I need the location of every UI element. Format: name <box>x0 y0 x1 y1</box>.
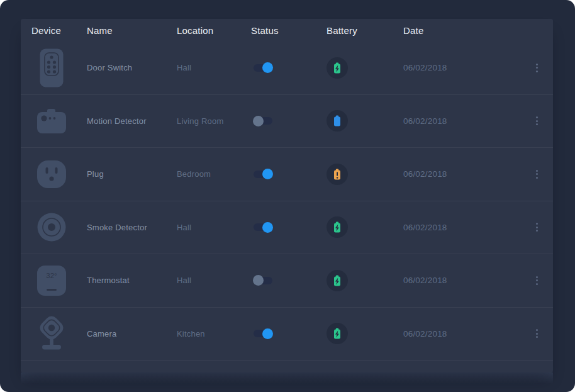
toggle-knob <box>262 62 273 73</box>
device-location: Hall <box>177 223 251 232</box>
battery-blue-full-icon <box>327 110 403 132</box>
table-body: Door Switch Hall 06/02/2018 Motion Detec… <box>21 42 553 361</box>
row-menu-button[interactable] <box>530 113 543 128</box>
device-date: 06/02/2018 <box>403 116 518 126</box>
status-toggle[interactable] <box>254 223 272 231</box>
table-header: Device Name Location Status Battery Date <box>21 19 553 42</box>
device-name: Thermostat <box>87 276 177 285</box>
toggle-knob <box>253 275 264 286</box>
battery-green-charging-icon <box>327 323 403 344</box>
smoke-detector-icon <box>34 213 69 242</box>
battery-green-charging-icon <box>327 57 403 79</box>
column-header-name: Name <box>87 25 177 36</box>
status-toggle[interactable] <box>254 330 272 337</box>
svg-text:32°: 32° <box>46 272 57 279</box>
device-date: 06/02/2018 <box>403 276 518 285</box>
battery-orange-low-icon <box>327 164 403 185</box>
device-name: Door Switch <box>87 63 177 72</box>
device-table-panel: Device Name Location Status Battery Date… <box>21 19 553 372</box>
device-date: 06/02/2018 <box>403 329 518 339</box>
row-menu-button[interactable] <box>530 60 543 76</box>
toggle-knob <box>262 328 273 339</box>
column-header-location: Location <box>177 25 251 36</box>
column-header-battery: Battery <box>327 25 403 36</box>
device-name: Smoke Detector <box>87 223 177 232</box>
status-toggle[interactable] <box>254 171 272 178</box>
camera-icon <box>34 315 69 352</box>
device-location: Hall <box>177 63 251 72</box>
table-row: Door Switch Hall 06/02/2018 <box>21 42 553 95</box>
remote-control-icon <box>34 48 69 88</box>
row-menu-button[interactable] <box>530 167 543 182</box>
device-location: Bedroom <box>177 169 251 179</box>
row-menu-button[interactable] <box>530 326 543 341</box>
toggle-knob <box>262 169 273 179</box>
table-row: Smoke Detector Hall 06/02/2018 <box>21 201 553 255</box>
panel-reflection <box>21 372 553 384</box>
status-toggle[interactable] <box>254 117 272 125</box>
thermostat-icon: 32° <box>34 265 69 296</box>
column-header-date: Date <box>403 25 518 36</box>
device-location: Kitchen <box>177 329 251 339</box>
column-header-status: Status <box>251 25 327 36</box>
device-name: Plug <box>87 169 177 179</box>
row-menu-button[interactable] <box>530 273 543 288</box>
row-menu-button[interactable] <box>530 220 543 235</box>
app-window: Device Name Location Status Battery Date… <box>0 0 575 392</box>
device-date: 06/02/2018 <box>403 63 518 72</box>
battery-green-charging-icon <box>327 270 403 291</box>
status-toggle[interactable] <box>254 277 272 284</box>
device-date: 06/02/2018 <box>403 169 518 179</box>
plug-icon <box>34 160 69 189</box>
column-header-device: Device <box>31 25 87 36</box>
toggle-knob <box>262 222 273 233</box>
battery-green-charging-icon <box>327 216 403 238</box>
table-row: Camera Kitchen 06/02/2018 <box>21 308 553 361</box>
status-toggle[interactable] <box>254 64 272 72</box>
table-row: Plug Bedroom 06/02/2018 <box>21 148 553 201</box>
device-date: 06/02/2018 <box>403 223 518 232</box>
device-name: Motion Detector <box>87 116 177 126</box>
motion-detector-icon <box>34 108 69 134</box>
toggle-knob <box>253 116 264 126</box>
device-location: Hall <box>177 276 251 285</box>
table-row: 32° Thermostat Hall 06/02/2018 <box>21 254 553 308</box>
device-name: Camera <box>87 329 177 339</box>
table-row: Motion Detector Living Room 06/02/2018 <box>21 95 553 148</box>
device-location: Living Room <box>177 116 251 126</box>
